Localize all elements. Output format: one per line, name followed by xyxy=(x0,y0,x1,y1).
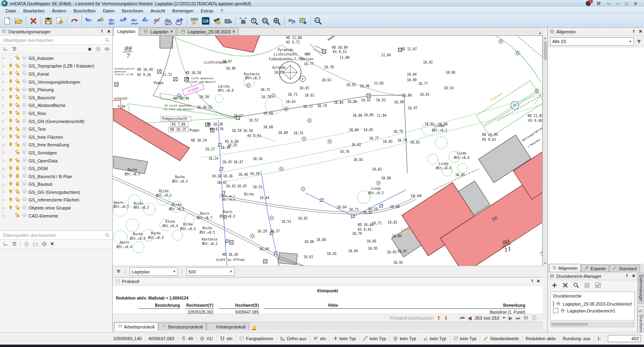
scroll-up-arrow[interactable]: ▲ xyxy=(543,36,547,41)
first-page-icon[interactable]: ⏮ xyxy=(460,315,464,321)
bulb-icon[interactable] xyxy=(8,166,13,172)
expand-arrow-icon[interactable]: ▷ xyxy=(2,159,6,162)
status-item-17[interactable] xyxy=(604,335,644,342)
tree-item[interactable]: ▷GS_Sonstiges xyxy=(0,149,112,157)
objecttype-search-input[interactable] xyxy=(2,37,105,43)
plot-button[interactable] xyxy=(223,15,234,27)
expand-arrow-icon[interactable]: ▷ xyxy=(2,88,6,92)
visibility-eye-icon[interactable] xyxy=(104,46,110,52)
print-area-hscrollbar[interactable] xyxy=(550,322,635,327)
g8-button[interactable]: G8 xyxy=(200,15,211,27)
zoom-extents-button[interactable] xyxy=(271,15,283,27)
bulb-icon[interactable] xyxy=(8,134,13,140)
protocol-tab-2[interactable]: Fehlerprotokoll xyxy=(206,323,249,331)
lock-open-icon[interactable] xyxy=(15,94,20,101)
report-icon[interactable] xyxy=(532,315,537,320)
tree-item[interactable]: ▷GS_Abstandfläche xyxy=(0,102,112,110)
expand-arrow-icon[interactable]: ▷ xyxy=(2,190,6,194)
bell-icon[interactable]: 🔔 xyxy=(251,325,257,331)
zoom-prev-button[interactable] xyxy=(249,15,260,27)
map-add-button[interactable] xyxy=(297,15,309,27)
bulb-icon[interactable] xyxy=(8,118,13,124)
tree-item[interactable]: ▷GS_Versorgungsleitungen xyxy=(0,78,112,86)
doc-tab-1[interactable]: Lageplan× xyxy=(140,27,176,35)
tree-item[interactable]: ▷GS_freie Bemaßung xyxy=(0,141,112,149)
text-curve-button[interactable]: abc xyxy=(129,15,140,27)
lock-closed-icon[interactable] xyxy=(15,181,20,187)
lock-open-icon[interactable] xyxy=(15,158,20,164)
close-tab-icon[interactable]: × xyxy=(233,29,235,34)
tree-item[interactable]: ▷GS_DGM xyxy=(0,164,112,172)
expand-arrow-icon[interactable]: ▷ xyxy=(2,111,6,115)
checkbox-tool-icon[interactable] xyxy=(594,282,601,290)
tree-item[interactable]: ▷GS_GN (Grenzniederschrift) xyxy=(0,117,112,125)
remove-icon[interactable]: ✕ xyxy=(50,241,54,246)
expand-arrow-icon[interactable]: ▷ xyxy=(2,175,6,178)
lock-open-icon[interactable] xyxy=(15,126,20,132)
tree-item[interactable]: ▷GS_Baurecht / B-Plan xyxy=(0,172,112,181)
last-page-icon[interactable]: ⏭ xyxy=(516,315,520,321)
search-icon[interactable] xyxy=(105,37,110,43)
print-area-item[interactable]: Lageplan_29.08.2023-Druckbereich1 xyxy=(553,300,632,307)
bulb-icon[interactable] xyxy=(8,189,13,195)
tree-item[interactable]: ▷GS_Planung xyxy=(0,86,112,94)
bulb-icon[interactable] xyxy=(8,205,13,211)
geo-button[interactable]: GEO xyxy=(189,15,200,27)
lock-open-icon[interactable] xyxy=(15,189,20,195)
lock-open-icon[interactable] xyxy=(15,103,20,109)
expand-arrow-icon[interactable]: ▷ xyxy=(2,96,6,99)
tree-item[interactable]: ▷GS_Kanal xyxy=(0,70,112,78)
text-stack-button[interactable]: abcabc xyxy=(106,15,118,27)
pan-button[interactable] xyxy=(237,15,249,27)
tree-item[interactable]: ▷CAD-Elemente xyxy=(0,212,112,220)
print-area-item[interactable]: Lageplan-Druckbereich1 xyxy=(553,307,632,314)
bulb-icon[interactable] xyxy=(8,87,13,93)
arrow-down-icon[interactable]: ⇩ xyxy=(444,315,448,321)
menu-item-daten[interactable]: Daten xyxy=(99,8,118,14)
add-print-area-icon[interactable] xyxy=(551,282,558,290)
zoom-window-button[interactable] xyxy=(260,15,271,27)
lock-open-icon[interactable] xyxy=(15,110,20,116)
zoom-print-area-icon[interactable] xyxy=(573,282,580,290)
tab-standard[interactable]: Standard xyxy=(609,265,640,272)
expand-arrow-icon[interactable]: ▷ xyxy=(2,167,6,170)
expand-arrow-icon[interactable]: ▷ xyxy=(2,104,6,107)
scrollbar-thumb[interactable] xyxy=(544,41,547,60)
tree-item[interactable]: ▷GS_referenzierte Flächen xyxy=(0,196,112,204)
new-button[interactable] xyxy=(2,15,13,27)
bulb-icon[interactable] xyxy=(8,71,13,77)
expand-arrow-icon[interactable]: ▷ xyxy=(2,72,6,76)
pin-icon[interactable] xyxy=(530,279,535,284)
search-icon[interactable] xyxy=(105,232,110,238)
file-icon[interactable] xyxy=(24,241,29,247)
tab-experte[interactable]: Experte xyxy=(581,265,609,272)
collapse-all-icon[interactable] xyxy=(2,46,8,52)
tree-item[interactable]: ▷GS_Topographie (LZB / Kataster) xyxy=(0,62,112,70)
notification-icon[interactable]: 1 xyxy=(586,1,591,6)
tree-item[interactable]: ▷GS_freie Flächen xyxy=(0,133,112,141)
text-strike-button[interactable]: abc xyxy=(151,15,163,27)
pin-icon[interactable] xyxy=(631,29,636,34)
pin-icon[interactable] xyxy=(99,29,105,34)
lock-open-icon[interactable] xyxy=(15,213,20,219)
hide-move-button[interactable]: abc xyxy=(174,15,185,27)
bulb-icon[interactable] xyxy=(8,94,13,101)
menu-item-berechnen[interactable]: Berechnen xyxy=(119,8,147,14)
doc-tab-2[interactable]: Lageplan_29.08.2023× xyxy=(177,27,238,35)
lock-open-icon[interactable] xyxy=(15,205,20,211)
close-button[interactable]: ✕ xyxy=(634,1,638,6)
scale-combo[interactable]: 500▼ xyxy=(186,267,235,276)
menu-item-bearbeiten[interactable]: Bearbeiten xyxy=(20,8,48,14)
tree-item[interactable]: ▷GS_Baurecht xyxy=(0,94,112,102)
funnel-icon[interactable] xyxy=(116,269,121,274)
pager-dropdown-icon[interactable]: ▼ xyxy=(502,316,506,320)
lock-open-icon[interactable] xyxy=(15,118,20,124)
bulb-icon[interactable] xyxy=(8,158,13,164)
bulb-icon[interactable] xyxy=(8,181,13,187)
print-icon[interactable] xyxy=(523,315,528,320)
tree-item[interactable]: ▷GS_Kataster xyxy=(0,54,112,62)
doc-tab-0[interactable]: Lageplan xyxy=(114,27,139,36)
expand-arrow-icon[interactable]: ▷ xyxy=(2,143,6,147)
bulb-icon[interactable] xyxy=(8,197,13,203)
bulb-icon[interactable] xyxy=(8,126,13,132)
